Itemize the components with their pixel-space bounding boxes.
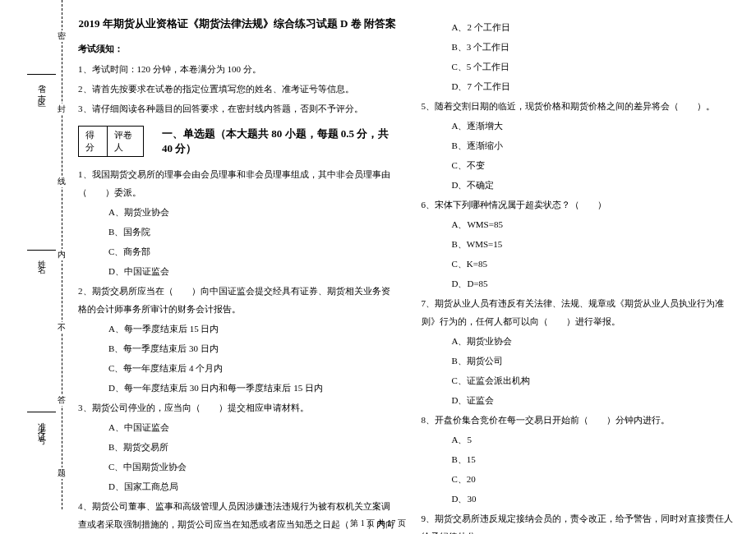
score-label: 得分 — [79, 127, 108, 156]
option-text: C、商务部 — [78, 242, 397, 260]
option-text: C、20 — [422, 470, 740, 488]
exam-title: 2019 年期货从业资格证《期货法律法规》综合练习试题 D 卷 附答案 — [78, 16, 397, 31]
option-text: D、中国证监会 — [78, 262, 397, 280]
option-text: D、不确定 — [422, 176, 740, 194]
option-text: C、每一年度结束后 4 个月内 — [78, 359, 397, 377]
section-heading: 一、单选题（本大题共 80 小题，每题 0.5 分，共 40 分） — [162, 127, 396, 156]
question-text: 2、期货交易所应当在（ ）向中国证监会提交经具有证券、期货相关业务资格的会计师事… — [78, 282, 397, 318]
option-text: B、15 — [422, 450, 740, 468]
option-text: A、期货业协会 — [422, 332, 740, 350]
option-text: D、D=85 — [422, 274, 740, 292]
option-text: A、每一季度结束后 15 日内 — [78, 320, 397, 338]
option-text: A、中国证监会 — [78, 418, 397, 436]
question-text: 6、宋体下列哪种情况属于超卖状态？（ ） — [422, 196, 740, 214]
option-text: B、国务院 — [78, 223, 397, 241]
label-name: 姓名 — [35, 254, 47, 264]
option-text: C、中国期货业协会 — [78, 458, 397, 476]
option-text: B、WMS=15 — [422, 235, 740, 253]
seal-char: 不 — [58, 322, 66, 334]
seal-char: 内 — [58, 249, 66, 260]
grader-label: 评卷人 — [108, 127, 143, 156]
option-text: B、3 个工作日 — [422, 38, 740, 56]
field-province: 省（市区） — [27, 74, 56, 103]
option-text: D、国家工商总局 — [78, 477, 397, 495]
seal-char: 线 — [58, 176, 66, 187]
option-text: A、WMS=85 — [422, 215, 740, 233]
option-text: C、不变 — [422, 156, 740, 174]
right-column: A、2 个工作日 B、3 个工作日 C、5 个工作日 D、7 个工作日 5、随着… — [422, 16, 740, 534]
option-text: C、证监会派出机构 — [422, 371, 740, 389]
notice-item: 2、请首先按要求在试卷的指定位置填写您的姓名、准考证号等信息。 — [78, 80, 397, 98]
content-area: 2019 年期货从业资格证《期货法律法规》综合练习试题 D 卷 附答案 考试须知… — [78, 16, 740, 534]
seal-char: 答 — [58, 394, 66, 406]
question-text: 3、期货公司停业的，应当向（ ）提交相应申请材料。 — [78, 398, 397, 417]
option-text: B、每一季度结束后 30 日内 — [78, 339, 397, 357]
option-text: D、证监会 — [422, 391, 740, 409]
notice-item: 3、请仔细阅读各种题目的回答要求，在密封线内答题，否则不予评分。 — [78, 99, 397, 117]
score-box: 得分 评卷人 — [78, 126, 144, 157]
label-province: 省（市区） — [35, 78, 47, 103]
seal-char: 封 — [58, 104, 66, 115]
notice-heading: 考试须知： — [78, 43, 397, 55]
option-text: A、期货业协会 — [78, 203, 397, 221]
field-name: 姓名 — [27, 250, 56, 264]
option-text: B、期货交易所 — [78, 438, 397, 456]
question-text: 7、期货从业人员有违反有关法律、法规、规章或《期货从业人员执业行为准则》行为的，… — [422, 294, 740, 330]
notice-item: 1、考试时间：120 分钟，本卷满分为 100 分。 — [78, 60, 397, 78]
seal-char: 密 — [58, 30, 66, 42]
option-text: C、K=85 — [422, 255, 740, 273]
page-footer: 第 1 页 共 17 页 — [0, 518, 756, 529]
option-text: C、5 个工作日 — [422, 58, 740, 76]
seal-marks: 密 封 线 内 不 答 题 — [56, 0, 67, 509]
option-text: D、每一年度结束后 30 日内和每一季度结束后 15 日内 — [78, 379, 397, 397]
option-text: A、逐渐增大 — [422, 117, 740, 135]
left-column: 2019 年期货从业资格证《期货法律法规》综合练习试题 D 卷 附答案 考试须知… — [78, 16, 397, 534]
question-text: 8、开盘价集合竞价在每一交易日开始前（ ）分钟内进行。 — [422, 411, 740, 429]
option-text: D、7 个工作日 — [422, 77, 740, 95]
option-text: B、逐渐缩小 — [422, 136, 740, 154]
option-text: D、30 — [422, 490, 740, 508]
score-row: 得分 评卷人 一、单选题（本大题共 80 小题，每题 0.5 分，共 40 分） — [78, 119, 397, 163]
question-text: 5、随着交割日期的临近，现货价格和期货价格之间的差异将会（ ）。 — [422, 97, 740, 115]
field-ticket: 准考证号 — [27, 412, 56, 435]
label-ticket: 准考证号 — [35, 416, 47, 435]
exam-page: 省（市区） 姓名 准考证号 密 封 线 内 不 答 题 2019 年期货从业资格… — [0, 0, 756, 534]
question-text: 1、我国期货交易所的理事会由会员理事和非会员理事组成，其中非会员理事由（ ）委派… — [78, 165, 397, 201]
option-text: A、2 个工作日 — [422, 18, 740, 36]
option-text: B、期货公司 — [422, 352, 740, 370]
option-text: A、5 — [422, 430, 740, 449]
seal-char: 题 — [58, 467, 66, 479]
